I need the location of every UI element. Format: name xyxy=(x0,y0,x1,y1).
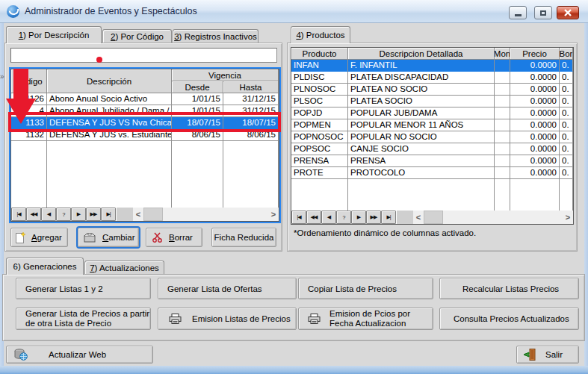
actualizar-web-button[interactable]: Actualizar Web xyxy=(6,346,153,364)
minimize-icon xyxy=(515,14,522,16)
splitter-grip[interactable]: » xyxy=(0,72,4,81)
col-header-descripcion-detallada[interactable]: Descripcion Detallada xyxy=(348,48,495,60)
eventos-grid[interactable]: Código Descripción Vigencia Desde Hasta … xyxy=(9,67,281,223)
productos-hscrollbar[interactable]: < > xyxy=(397,211,573,224)
nav-button[interactable]: ◀ xyxy=(41,208,56,221)
tab-registros-inactivos[interactable]: 3) Registros Inactivos xyxy=(173,29,259,43)
tab-por-descripcion[interactable]: 1) Por Descripción xyxy=(6,26,102,43)
new-page-icon xyxy=(16,232,25,243)
tab-productos[interactable]: 4) Productos xyxy=(291,26,350,43)
scroll-left-icon[interactable]: < xyxy=(133,208,143,221)
eventos-hscrollbar[interactable]: < > xyxy=(117,208,279,221)
grid-empty-area xyxy=(11,141,279,208)
nav-button[interactable]: |◀ xyxy=(11,208,26,221)
col-header-descripcion[interactable]: Descripción xyxy=(47,69,172,93)
grid-empty-area xyxy=(291,179,573,211)
table-row[interactable]: POPMEN POPULAR MENOR 11 AÑOS 0.0000 0. xyxy=(291,119,573,131)
table-row[interactable]: INFAN F. INFANTIL 0.0000 0. xyxy=(291,60,573,72)
scrollbar-track[interactable] xyxy=(443,211,563,224)
scrollbar-thumb[interactable] xyxy=(143,208,163,221)
scrollbar-dead-zone xyxy=(117,208,133,221)
annotation-highlight-rect xyxy=(8,112,281,132)
close-icon xyxy=(564,9,572,16)
table-row[interactable]: PLNOSOC PLATEA NO SOCIO 0.0000 0. xyxy=(291,84,573,96)
tab-generaciones[interactable]: 6) Generaciones xyxy=(6,258,84,275)
tab-por-codigo[interactable]: 2) Por Código xyxy=(102,29,172,43)
emision-pcios-fecha-button[interactable]: Emision de Pcios por Fecha Actualizacion xyxy=(298,308,433,330)
nav-button[interactable]: ◀◀ xyxy=(306,211,321,224)
recalcular-listas-precios-button[interactable]: Recalcular Listas Precios xyxy=(439,278,579,299)
borrar-button[interactable]: Borrar xyxy=(146,228,202,247)
annotation-arrow-icon xyxy=(4,69,37,125)
table-row[interactable]: POPNOSOC POPULAR NO SOCIO 0.0000 0. xyxy=(291,131,573,143)
col-header-producto[interactable]: Producto xyxy=(291,48,348,60)
table-row[interactable]: PRENSA PRENSA 0.0000 0. xyxy=(291,155,573,167)
generar-listas-1-2-button[interactable]: Generar Listas 1 y 2 xyxy=(16,278,151,299)
agregar-button[interactable]: Agregar xyxy=(10,228,68,247)
titlebar[interactable]: Administrador de Eventos y Espectáculos xyxy=(0,0,588,23)
web-database-icon xyxy=(14,349,28,361)
window-title: Administrador de Eventos y Espectáculos xyxy=(25,6,197,16)
scrollbar-dead-zone xyxy=(397,211,413,224)
annotation-dot xyxy=(96,57,102,63)
nav-button[interactable]: ▶| xyxy=(101,208,116,221)
nav-button[interactable]: ? xyxy=(336,211,351,224)
col-header-hasta[interactable]: Hasta xyxy=(223,81,279,93)
scrollbar-thumb[interactable] xyxy=(424,211,443,224)
scroll-right-icon[interactable]: > xyxy=(268,208,279,221)
col-header-bor[interactable]: Bor xyxy=(560,48,573,60)
nav-button[interactable]: ▶ xyxy=(71,208,86,221)
scroll-right-icon[interactable]: > xyxy=(563,211,573,224)
nav-button[interactable]: ▶| xyxy=(381,211,396,224)
col-header-vigencia[interactable]: Vigencia xyxy=(172,69,279,81)
table-row[interactable]: PROTE PROTOCOLO 0.0000 0. xyxy=(291,167,573,179)
productos-grid-header[interactable]: Producto Descripcion Detallada Mon Preci… xyxy=(291,48,573,60)
salir-button[interactable]: Salir xyxy=(516,346,579,364)
tab-actualizaciones[interactable]: 7) Actualizaciones xyxy=(84,261,164,275)
cambiar-button[interactable]: Cambiar xyxy=(78,228,139,247)
table-row[interactable]: POPJD POPULAR JUB/DAMA 0.0000 0. xyxy=(291,107,573,119)
nav-button[interactable]: ▶ xyxy=(351,211,366,224)
table-row[interactable]: 1126 Abono Anual Socio Activo 1/01/15 31… xyxy=(11,93,279,105)
scrollbar-track[interactable] xyxy=(163,208,268,221)
emision-listas-precios-button[interactable]: Emision Listas de Precios xyxy=(158,308,297,330)
frame-bottom xyxy=(0,366,588,374)
nav-button[interactable]: |◀ xyxy=(291,211,306,224)
nav-button[interactable]: ▶▶ xyxy=(366,211,381,224)
table-row[interactable]: PLSOC PLATEA SOCIO 0.0000 0. xyxy=(291,96,573,107)
minimize-button[interactable] xyxy=(509,6,527,19)
productos-grid[interactable]: Producto Descripcion Detallada Mon Preci… xyxy=(291,47,574,225)
printer-icon xyxy=(308,314,321,324)
eventos-navigator: |◀◀◀◀?▶▶▶▶| < > xyxy=(11,208,279,221)
nav-button[interactable]: ◀◀ xyxy=(26,208,41,221)
ficha-reducida-button[interactable]: Ficha Reducida xyxy=(211,228,276,247)
green-arrow xyxy=(524,352,529,357)
close-button[interactable] xyxy=(557,6,579,19)
nav-button[interactable]: ? xyxy=(56,208,71,221)
col-header-desde[interactable]: Desde xyxy=(172,81,223,93)
exit-door-icon xyxy=(523,349,536,361)
consulta-precios-actualizados-button[interactable]: Consulta Precios Actualizados xyxy=(439,308,579,330)
ordering-note: *Ordenamiento dinámico de columnas activ… xyxy=(294,228,572,237)
generar-lista-desde-otra-button[interactable]: Generar Lista de Precios a partir de otr… xyxy=(16,308,151,330)
copiar-lista-precios-button[interactable]: Copiar Lista de Precios xyxy=(298,278,433,299)
table-row[interactable]: PLDISC PLATEA DISCAPACIDAD 0.0000 0. xyxy=(291,72,573,84)
scroll-left-icon[interactable]: < xyxy=(413,211,424,224)
eventos-grid-header[interactable]: Código Descripción Vigencia Desde Hasta xyxy=(11,69,279,93)
table-row[interactable]: POPSOC CANJE SOCIO 0.0000 0. xyxy=(291,143,573,155)
search-input[interactable] xyxy=(10,48,277,63)
col-header-precio[interactable]: Precio xyxy=(510,48,560,60)
productos-navigator: |◀◀◀◀?▶▶▶▶| < > xyxy=(291,211,573,224)
maximize-button[interactable] xyxy=(534,6,552,19)
nav-button[interactable]: ▶▶ xyxy=(86,208,101,221)
folder-icon xyxy=(84,233,96,243)
maximize-icon xyxy=(540,10,546,16)
generar-lista-ofertas-button[interactable]: Generar Lista de Ofertas xyxy=(158,278,297,299)
nav-button[interactable]: ◀ xyxy=(321,211,336,224)
app-icon xyxy=(7,5,19,18)
printer-icon xyxy=(169,314,182,324)
app-window: Administrador de Eventos y Espectáculos … xyxy=(0,0,588,374)
col-header-mon[interactable]: Mon xyxy=(495,48,510,60)
scissors-icon xyxy=(152,232,162,243)
